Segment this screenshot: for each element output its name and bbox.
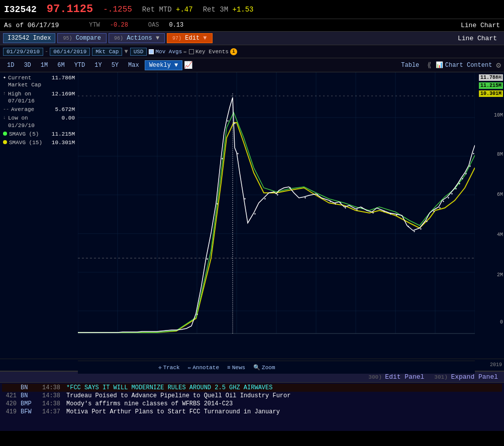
svg-text:✦: ✦ — [221, 156, 224, 161]
news-source-3: BFW — [21, 408, 38, 415]
edit-panel-button[interactable]: 300) Edit Panel — [368, 373, 424, 381]
smavg5-label: SMAVG (5) — [9, 131, 48, 138]
svg-text:✦: ✦ — [264, 196, 266, 201]
svg-text:✦: ✦ — [234, 121, 236, 126]
svg-text:✦: ✦ — [426, 219, 428, 224]
header-bar: I32542 97.1125 -.1255 Ret MTD +.47 Ret 3… — [0, 0, 504, 19]
key-events-checkbox[interactable]: Key Events i — [189, 48, 237, 55]
mkt-cap-dropdown[interactable]: Mkt Cap — [92, 48, 122, 56]
legend-avg-label: Average — [11, 106, 48, 113]
actions-label: Actions — [127, 35, 152, 42]
settings-icon[interactable]: ⚙ — [496, 60, 501, 70]
svg-text:✦: ✦ — [196, 312, 198, 316]
oas-value: 0.13 — [169, 22, 183, 29]
news-label: News — [232, 365, 245, 371]
interval-1y[interactable]: 1Y — [90, 61, 106, 70]
price-change: -.1255 — [103, 5, 132, 14]
edit-label: Edit — [185, 35, 199, 42]
annotate-label: Annotate — [192, 365, 219, 371]
svg-text:✦: ✦ — [289, 185, 291, 190]
svg-text:✦: ✦ — [442, 199, 445, 203]
svg-text:✦: ✦ — [356, 207, 358, 212]
zoom-button[interactable]: 🔍 Zoom — [253, 364, 275, 371]
chart-action-bar: ✛ Track ✏ Annotate ≡ News 🔍 Zoom — [78, 361, 475, 374]
collapse-icon[interactable]: ⟪ — [427, 61, 431, 69]
asof-text: As of 06/17/19 — [4, 22, 59, 29]
news-button[interactable]: ≡ News — [227, 365, 245, 371]
y-label-10m: 10M — [494, 113, 503, 118]
svg-text:✦: ✦ — [465, 171, 467, 176]
interval-weekly[interactable]: Weekly ▼ — [145, 60, 183, 70]
y-label-6m: 6M — [497, 192, 503, 197]
compare-button[interactable]: 95) Compare — [57, 33, 107, 43]
news-time-1: 14:38 — [42, 392, 62, 399]
news-num-1: 421 — [4, 392, 17, 399]
chart-container: ✦ Current Market Cap 11.786M ↑ High on 0… — [0, 72, 504, 359]
news-item-2[interactable]: 420 BMP 14:38 Moody's affirms nine class… — [2, 400, 502, 408]
svg-text:✦: ✦ — [439, 205, 441, 210]
y-label-8m: 8M — [497, 152, 503, 157]
chart-content-button[interactable]: 📊 Chart Content — [436, 61, 492, 69]
svg-text:✦: ✦ — [458, 181, 461, 186]
smavg5-value: 11.215M — [50, 131, 75, 138]
svg-text:✦: ✦ — [244, 196, 246, 201]
actions-button[interactable]: 96) Actions ▼ — [109, 33, 165, 43]
interval-1m[interactable]: 1M — [37, 61, 52, 70]
movavg-checkbox[interactable]: Mov Avgs ✏ — [149, 48, 186, 55]
svg-text:✦: ✦ — [344, 205, 347, 210]
news-text-3: Motiva Port Arthur Plans to Start FCC Tu… — [66, 408, 280, 415]
svg-text:✦: ✦ — [455, 186, 457, 191]
legend-item-smavg15: SMAVG (15) 10.301M — [3, 139, 75, 146]
svg-text:✦: ✦ — [407, 224, 410, 229]
edit-dropdown-icon: ▼ — [203, 35, 207, 42]
edit-button[interactable]: 97) Edit ▼ — [167, 33, 212, 43]
track-icon: ✛ — [158, 364, 162, 371]
interval-5y[interactable]: 5Y — [108, 61, 123, 70]
interval-1d[interactable]: 1D — [3, 61, 18, 70]
actions-dropdown-icon: ▼ — [156, 35, 159, 42]
info-icon: i — [230, 48, 237, 55]
news-source-2: BMP — [21, 400, 38, 407]
svg-text:✦: ✦ — [395, 212, 398, 217]
interval-max[interactable]: Max — [124, 61, 143, 70]
ret-mtd: Ret MTD +.47 — [142, 6, 193, 14]
news-time-0: 14:38 — [42, 384, 62, 391]
chart-svg: ✦ ✦ ✦ ✦ ✦ ✦ ✦ ✦ ✦ ✦ ✦ ✦ ✦ ✦ ✦ ✦ ✦ ✦ ✦ ✦ — [78, 72, 475, 359]
interval-6m[interactable]: 6M — [53, 61, 68, 70]
ytw-label: YTW — [89, 22, 100, 29]
news-item-3[interactable]: 419 BFW 14:37 Motiva Port Arthur Plans t… — [2, 408, 502, 416]
compare-num: 95) — [63, 36, 72, 41]
news-item-1[interactable]: 421 BN 14:38 Trudeau Poised to Advance P… — [2, 392, 502, 400]
track-label: Track — [163, 365, 180, 371]
news-list: BN 14:38 *FCC SAYS IT WILL MODERNIZE RUL… — [0, 383, 504, 417]
chart-svg-area: ✦ ✦ ✦ ✦ ✦ ✦ ✦ ✦ ✦ ✦ ✦ ✦ ✦ ✦ ✦ ✦ ✦ ✦ ✦ ✦ — [78, 72, 475, 359]
expand-panel-label: Expand Panel — [451, 373, 498, 381]
asof-bar: As of 06/17/19 YTW -0.28 OAS 0.13 Line C… — [0, 19, 504, 31]
news-item-0[interactable]: BN 14:38 *FCC SAYS IT WILL MODERNIZE RUL… — [2, 384, 502, 392]
currency-selector[interactable]: USD — [130, 48, 147, 56]
svg-text:✦: ✦ — [447, 195, 450, 200]
legend-star-icon: ✦ — [3, 74, 6, 81]
expand-panel-button[interactable]: 301) Expand Panel — [434, 373, 498, 381]
legend-item-smavg5: SMAVG (5) 11.215M — [3, 131, 75, 138]
date-from[interactable]: 01/29/2010 — [3, 48, 43, 56]
legend-low-icon: ↓ — [3, 115, 6, 121]
chart-icon: 📊 — [436, 61, 443, 69]
smavg15-value: 10.301M — [50, 139, 75, 146]
interval-3d[interactable]: 3D — [20, 61, 35, 70]
annotate-button[interactable]: ✏ Annotate — [188, 364, 219, 371]
x-label-2019: 2019 — [490, 362, 502, 368]
interval-ytd[interactable]: YTD — [70, 61, 89, 70]
pencil-icon: ✏ — [183, 48, 187, 55]
ticker-symbol: I32542 — [4, 5, 37, 15]
date-to[interactable]: 06/14/2019 — [50, 48, 90, 56]
compare-label: Compare — [76, 35, 101, 42]
y-badge-smavg5: 11.215M — [479, 82, 503, 89]
track-button[interactable]: ✛ Track — [158, 364, 180, 371]
legend-item-current: ✦ Current Market Cap 11.786M — [3, 74, 75, 89]
table-button[interactable]: Table — [397, 61, 423, 70]
ret-3m: Ret 3M +1.53 — [203, 6, 254, 14]
movavg-label: Mov Avgs — [155, 49, 182, 55]
bottom-panel: 300) Edit Panel 301) Expand Panel BN 14:… — [0, 371, 504, 431]
svg-text:✦: ✦ — [276, 192, 279, 197]
